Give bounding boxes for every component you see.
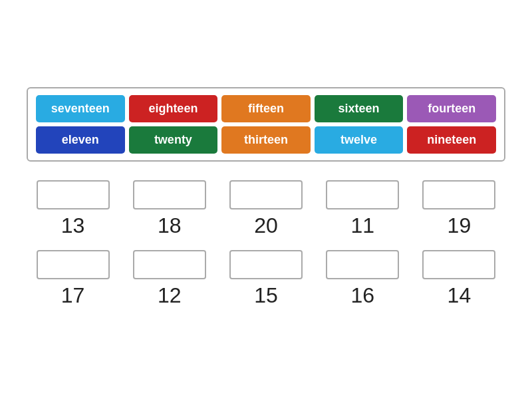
drop-box-19[interactable] [422,180,495,209]
word-tile-eleven[interactable]: eleven [36,126,125,154]
word-tile-thirteen[interactable]: thirteen [221,126,311,154]
word-tile-nineteen[interactable]: nineteen [407,126,496,154]
word-tile-eighteen[interactable]: eighteen [129,95,218,122]
drop-box-16[interactable] [326,250,399,279]
number-label-19: 19 [448,213,471,238]
drop-box-20[interactable] [229,180,303,209]
drop-cell-15: 15 [219,250,312,308]
word-tile-sixteen[interactable]: sixteen [315,95,404,122]
number-label-15: 15 [254,283,278,308]
drop-row-1: 1318201119 [27,180,505,238]
drop-cell-14: 14 [413,250,505,308]
number-label-14: 14 [448,283,471,308]
word-tile-fifteen[interactable]: fifteen [221,95,311,122]
word-tile-twelve[interactable]: twelve [315,126,404,154]
drop-cell-19: 19 [413,180,505,238]
number-label-12: 12 [158,283,182,308]
drop-cell-17: 17 [27,250,119,308]
drop-box-11[interactable] [326,180,399,209]
number-label-16: 16 [350,283,374,308]
drop-cell-13: 13 [27,180,119,238]
number-label-11: 11 [350,213,374,238]
number-label-18: 18 [158,213,182,238]
word-tile-seventeen[interactable]: seventeen [36,95,125,122]
drop-cell-18: 18 [123,180,215,238]
number-label-13: 13 [61,213,85,238]
drop-box-18[interactable] [133,180,206,209]
drop-cell-12: 12 [123,250,215,308]
number-label-20: 20 [254,213,278,238]
drop-cell-16: 16 [317,250,409,308]
word-tile-twenty[interactable]: twenty [129,126,218,154]
drop-box-12[interactable] [133,250,206,279]
word-tile-fourteen[interactable]: fourteen [407,95,496,122]
drop-box-15[interactable] [229,250,303,279]
drop-box-13[interactable] [37,180,110,209]
drop-cell-20: 20 [219,180,312,238]
drop-cell-11: 11 [317,180,409,238]
drop-row-2: 1712151614 [27,250,505,308]
drop-box-17[interactable] [37,250,110,279]
number-label-17: 17 [61,283,85,308]
word-bank: seventeeneighteenfifteensixteenfourteene… [27,87,505,162]
drop-box-14[interactable] [422,250,495,279]
